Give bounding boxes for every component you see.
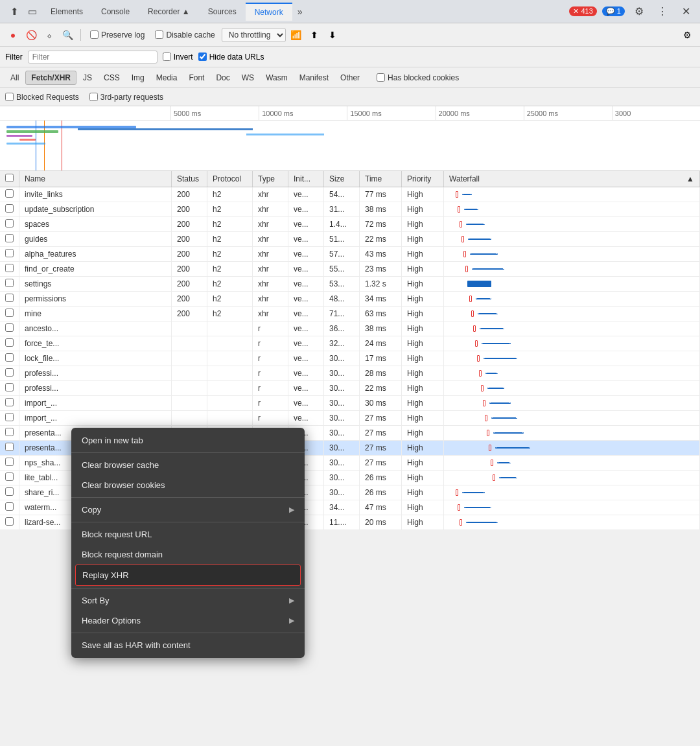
row-checkbox[interactable] <box>5 517 14 526</box>
row-checkbox-cell[interactable] <box>0 217 19 232</box>
th-initiator[interactable]: Init... <box>288 171 324 187</box>
row-checkbox-cell[interactable] <box>0 187 19 202</box>
row-name[interactable]: invite_links <box>19 187 172 202</box>
row-checkbox-cell[interactable] <box>0 351 19 366</box>
context-menu-item-save-all-as-har-with-content[interactable]: Save all as HAR with content <box>71 635 305 655</box>
row-checkbox-cell[interactable] <box>0 381 19 396</box>
context-menu-replay-xhr[interactable]: Replay XHR <box>75 565 301 586</box>
row-checkbox[interactable] <box>5 294 14 302</box>
tab-sources[interactable]: Sources <box>199 3 246 20</box>
throttle-select[interactable]: No throttling <box>222 28 286 42</box>
tab-recorder[interactable]: Recorder ▲ <box>139 3 199 20</box>
row-checkbox-cell[interactable] <box>0 292 19 307</box>
has-blocked-cookies-checkbox[interactable] <box>377 73 385 82</box>
table-row[interactable]: spaces 200 h2 xhr ve... 1.4... 72 ms Hig… <box>0 217 700 232</box>
row-checkbox-cell[interactable] <box>0 307 19 321</box>
close-devtools-button[interactable]: ✕ <box>677 3 695 21</box>
row-checkbox[interactable] <box>5 368 14 377</box>
search-button[interactable]: 🔍 <box>60 27 75 43</box>
type-btn-font[interactable]: Font <box>183 71 209 84</box>
row-checkbox-cell[interactable] <box>0 411 19 426</box>
context-menu-item-block-request-domain[interactable]: Block request domain <box>71 544 305 565</box>
disable-cache-checkbox[interactable] <box>155 30 163 39</box>
network-conditions-icon[interactable]: 📶 <box>288 27 304 43</box>
row-checkbox[interactable] <box>5 309 14 317</box>
row-name[interactable]: guides <box>19 232 172 247</box>
row-checkbox[interactable] <box>5 189 14 198</box>
row-checkbox-cell[interactable] <box>0 232 19 247</box>
row-name[interactable]: find_or_create <box>19 262 172 277</box>
row-checkbox-cell[interactable] <box>0 321 19 336</box>
row-name[interactable]: alpha_features <box>19 247 172 262</box>
third-party-checkbox[interactable] <box>89 93 98 101</box>
third-party-label[interactable]: 3rd-party requests <box>89 93 163 102</box>
filter-icon[interactable]: ⬦ <box>41 27 57 43</box>
row-checkbox-cell[interactable] <box>0 247 19 262</box>
row-checkbox[interactable] <box>5 502 14 511</box>
th-size[interactable]: Size <box>324 171 360 187</box>
type-btn-js[interactable]: JS <box>78 71 97 84</box>
th-time[interactable]: Time <box>360 171 402 187</box>
th-type[interactable]: Type <box>253 171 288 187</box>
invert-checkbox[interactable] <box>163 52 171 61</box>
table-row[interactable]: professi... r ve... 30... 22 ms High <box>0 381 700 396</box>
row-name[interactable]: lock_file... <box>19 351 172 366</box>
table-row[interactable]: mine 200 h2 xhr ve... 71... 63 ms High <box>0 307 700 321</box>
row-checkbox-cell[interactable] <box>0 336 19 351</box>
row-checkbox[interactable] <box>5 472 14 481</box>
context-menu-item-header-options[interactable]: Header Options▶ <box>71 611 305 631</box>
th-name[interactable]: Name <box>19 171 172 187</box>
hide-data-urls-label[interactable]: Hide data URLs <box>198 52 264 62</box>
type-btn-css[interactable]: CSS <box>99 71 125 84</box>
preserve-log-checkbox[interactable] <box>90 30 99 39</box>
row-checkbox-cell[interactable] <box>0 515 19 530</box>
type-btn-img[interactable]: Img <box>126 71 150 84</box>
type-btn-fetch-xhr[interactable]: Fetch/XHR <box>25 71 76 85</box>
table-row[interactable]: import_... r ve... 30... 27 ms High <box>0 411 700 426</box>
context-menu-item-sort-by[interactable]: Sort By▶ <box>71 590 305 611</box>
settings-icon[interactable]: ⚙ <box>630 3 648 21</box>
row-checkbox[interactable] <box>5 338 14 347</box>
row-checkbox-cell[interactable] <box>0 500 19 515</box>
table-row[interactable]: find_or_create 200 h2 xhr ve... 55... 23… <box>0 262 700 277</box>
type-btn-all[interactable]: All <box>5 71 24 84</box>
row-checkbox[interactable] <box>5 413 14 421</box>
disable-cache-label[interactable]: Disable cache <box>151 30 218 40</box>
row-name[interactable]: spaces <box>19 217 172 232</box>
cursor-icon[interactable]: ⬆ <box>5 3 23 21</box>
type-btn-wasm[interactable]: Wasm <box>261 71 293 84</box>
type-btn-doc[interactable]: Doc <box>211 71 235 84</box>
type-btn-manifest[interactable]: Manifest <box>294 71 334 84</box>
select-all-checkbox[interactable] <box>5 174 14 182</box>
row-name[interactable]: ancesto... <box>19 321 172 336</box>
row-checkbox-cell[interactable] <box>0 202 19 217</box>
tab-network[interactable]: Network <box>246 3 292 21</box>
type-btn-other[interactable]: Other <box>335 71 365 84</box>
row-name[interactable]: import_... <box>19 396 172 411</box>
row-name[interactable]: professi... <box>19 366 172 381</box>
tab-elements[interactable]: Elements <box>41 3 92 20</box>
row-checkbox-cell[interactable] <box>0 471 19 485</box>
import-icon[interactable]: ⬆ <box>307 27 322 43</box>
row-name[interactable]: update_subscription <box>19 202 172 217</box>
row-checkbox[interactable] <box>5 249 14 257</box>
table-row[interactable]: permissions 200 h2 xhr ve... 48... 34 ms… <box>0 292 700 307</box>
row-checkbox-cell[interactable] <box>0 456 19 471</box>
context-menu-item-block-request-url[interactable]: Block request URL <box>71 524 305 544</box>
table-row[interactable]: invite_links 200 h2 xhr ve... 54... 77 m… <box>0 187 700 202</box>
row-checkbox-cell[interactable] <box>0 426 19 441</box>
row-checkbox-cell[interactable] <box>0 262 19 277</box>
th-protocol[interactable]: Protocol <box>207 171 253 187</box>
filter-input[interactable] <box>28 51 158 64</box>
row-name[interactable]: mine <box>19 307 172 321</box>
th-status[interactable]: Status <box>172 171 207 187</box>
row-name[interactable]: force_te... <box>19 336 172 351</box>
invert-label[interactable]: Invert <box>163 52 193 62</box>
row-checkbox[interactable] <box>5 353 14 362</box>
preserve-log-label[interactable]: Preserve log <box>86 30 148 40</box>
clear-button[interactable]: 🚫 <box>23 27 39 43</box>
row-checkbox[interactable] <box>5 487 14 496</box>
table-row[interactable]: professi... r ve... 30... 28 ms High <box>0 366 700 381</box>
context-menu-item-copy[interactable]: Copy▶ <box>71 500 305 520</box>
blocked-requests-label[interactable]: Blocked Requests <box>5 93 79 102</box>
